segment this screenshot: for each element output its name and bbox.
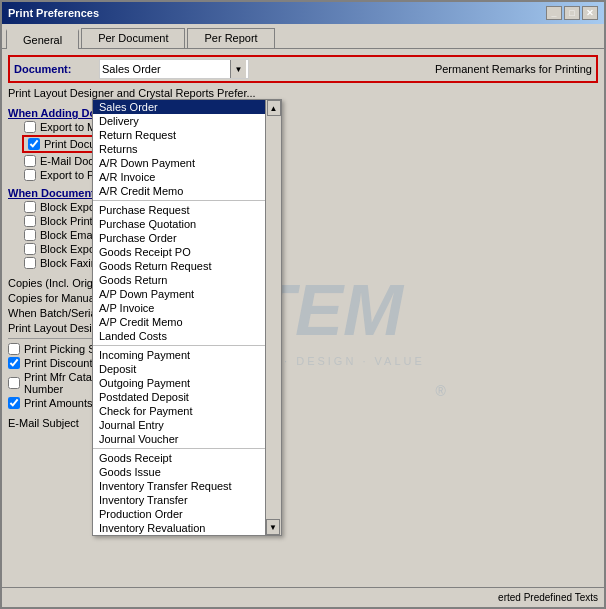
scroll-up-btn[interactable]: ▲ [267, 100, 281, 116]
dropdown-item[interactable]: A/P Credit Memo [93, 315, 281, 329]
print-document-checkbox[interactable] [28, 138, 40, 150]
print-amounts-checkbox[interactable] [8, 397, 20, 409]
dropdown-item[interactable]: Sales Order [93, 100, 281, 114]
document-select-value: Sales Order [102, 63, 230, 75]
title-bar: Print Preferences _ □ ✕ [2, 2, 604, 24]
minimize-button[interactable]: _ [546, 6, 562, 20]
dropdown-item[interactable]: Goods Return [93, 273, 281, 287]
dropdown-item[interactable]: A/P Invoice [93, 301, 281, 315]
dropdown-item[interactable]: Purchase Quotation [93, 217, 281, 231]
document-label: Document: [14, 63, 99, 75]
dropdown-scrollbar[interactable]: ▲ ▼ [265, 100, 281, 535]
print-amounts-label: Print Amounts [24, 397, 92, 409]
dropdown-item[interactable]: Check for Payment [93, 404, 281, 418]
status-bar: erted Predefined Texts [2, 587, 604, 607]
block-faxing-checkbox[interactable] [24, 257, 36, 269]
layout-label: Print Layout Designer and Crystal Report… [8, 87, 598, 99]
dropdown-item[interactable]: A/R Down Payment [93, 156, 281, 170]
dropdown-item[interactable]: Inventory Transfer [93, 493, 281, 507]
dropdown-item[interactable]: Inventory Revaluation [93, 521, 281, 535]
print-discount-checkbox[interactable] [8, 357, 20, 369]
document-select-container: Sales Order ▼ [99, 59, 427, 79]
dropdown-item[interactable]: Goods Receipt [93, 451, 281, 465]
block-export-pdf-checkbox[interactable] [24, 243, 36, 255]
dropdown-item[interactable]: A/R Credit Memo [93, 184, 281, 198]
dropdown-item[interactable]: Journal Voucher [93, 432, 281, 446]
export-msword-checkbox[interactable] [24, 121, 36, 133]
block-emailing-checkbox[interactable] [24, 229, 36, 241]
print-preferences-window: Print Preferences _ □ ✕ General Per Docu… [0, 0, 606, 609]
close-button[interactable]: ✕ [582, 6, 598, 20]
email-document-checkbox[interactable] [24, 155, 36, 167]
document-dropdown[interactable]: Sales OrderDeliveryReturn RequestReturns… [92, 99, 282, 536]
dropdown-item[interactable]: Journal Entry [93, 418, 281, 432]
document-select-arrow[interactable]: ▼ [230, 60, 246, 78]
title-bar-buttons: _ □ ✕ [546, 6, 598, 20]
dropdown-item[interactable]: A/P Down Payment [93, 287, 281, 301]
block-export-msword-checkbox[interactable] [24, 201, 36, 213]
window-title: Print Preferences [8, 7, 99, 19]
scroll-down-btn[interactable]: ▼ [266, 519, 280, 535]
dropdown-items-container: Sales OrderDeliveryReturn RequestReturns… [93, 100, 281, 535]
dropdown-separator [93, 345, 281, 346]
maximize-button[interactable]: □ [564, 6, 580, 20]
print-mfr-checkbox[interactable] [8, 377, 20, 389]
dropdown-item[interactable]: Deposit [93, 362, 281, 376]
status-text: erted Predefined Texts [498, 592, 598, 603]
dropdown-item[interactable]: Goods Receipt PO [93, 245, 281, 259]
dropdown-item[interactable]: Incoming Payment [93, 348, 281, 362]
main-content-area: STEM INNOVATION · DESIGN · VALUE ® Docum… [2, 49, 604, 587]
document-row: Document: Sales Order ▼ Permanent Remark… [8, 55, 598, 83]
dropdown-separator [93, 448, 281, 449]
document-select[interactable]: Sales Order ▼ [99, 59, 249, 79]
dropdown-item[interactable]: Goods Return Request [93, 259, 281, 273]
dropdown-item[interactable]: Delivery [93, 114, 281, 128]
print-picking-checkbox[interactable] [8, 343, 20, 355]
dropdown-item[interactable]: Purchase Request [93, 203, 281, 217]
dropdown-item[interactable]: Returns [93, 142, 281, 156]
dropdown-separator [93, 200, 281, 201]
dropdown-item[interactable]: Inventory Transfer Request [93, 479, 281, 493]
tab-per-document[interactable]: Per Document [81, 28, 185, 48]
permanent-remarks-label: Permanent Remarks for Printing [435, 63, 592, 75]
dropdown-item[interactable]: Goods Issue [93, 465, 281, 479]
export-pdf-checkbox[interactable] [24, 169, 36, 181]
dropdown-item[interactable]: Return Request [93, 128, 281, 142]
dropdown-item[interactable]: Purchase Order [93, 231, 281, 245]
dropdown-item[interactable]: Postdated Deposit [93, 390, 281, 404]
block-printing-checkbox[interactable] [24, 215, 36, 227]
dropdown-item[interactable]: Landed Costs [93, 329, 281, 343]
dropdown-item[interactable]: Production Order [93, 507, 281, 521]
tab-per-report[interactable]: Per Report [187, 28, 274, 48]
tab-general[interactable]: General [6, 29, 79, 49]
dropdown-item[interactable]: Outgoing Payment [93, 376, 281, 390]
tab-bar: General Per Document Per Report [2, 24, 604, 49]
dropdown-item[interactable]: A/R Invoice [93, 170, 281, 184]
